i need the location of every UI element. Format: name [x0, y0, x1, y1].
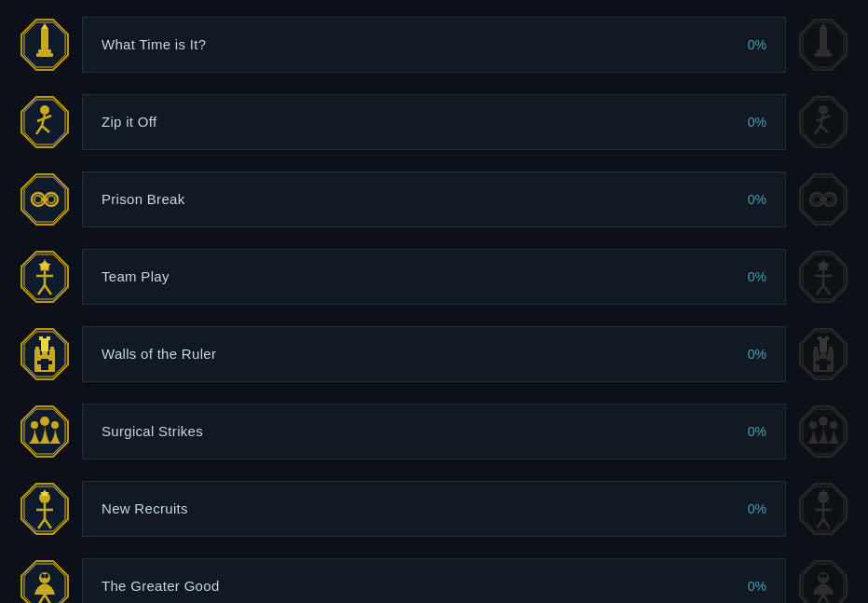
svg-rect-88	[816, 361, 820, 364]
achievement-row-prison-break[interactable]: Prison Break 0%	[7, 162, 861, 236]
svg-rect-69	[41, 338, 48, 351]
svg-rect-86	[825, 336, 829, 340]
badge-icon-left-what-time	[16, 16, 74, 74]
svg-rect-43	[821, 198, 826, 201]
badge-left-greater-good	[7, 549, 82, 603]
achievement-row-what-time[interactable]: What Time is It? 0%	[7, 7, 861, 81]
badge-icon-left-new-recruits	[16, 480, 74, 538]
badge-left-prison-break	[7, 162, 82, 236]
svg-rect-71	[47, 336, 50, 340]
svg-point-128	[820, 573, 823, 578]
achievement-percent-zip-it-off: 0%	[748, 115, 766, 130]
achievement-name-team-play: Team Play	[102, 268, 170, 284]
achievement-bar-zip-it-off[interactable]: Zip it Off 0%	[82, 94, 786, 150]
badge-left-surgical-strikes	[7, 394, 82, 468]
badge-icon-right-greater-good	[794, 557, 852, 604]
svg-point-97	[819, 417, 828, 426]
badge-right-zip-it-off	[786, 85, 861, 158]
achievement-name-new-recruits: New Recruits	[102, 500, 188, 516]
achievements-list: What Time is It? 0%	[0, 0, 868, 603]
achievement-row-walls-ruler[interactable]: Walls of the Ruler 0%	[7, 317, 861, 391]
svg-rect-11	[815, 53, 832, 57]
badge-right-new-recruits	[786, 472, 861, 545]
badge-icon-right-zip-it-off	[794, 93, 852, 151]
achievement-percent-team-play: 0%	[748, 269, 766, 284]
svg-point-121	[45, 573, 48, 578]
badge-right-what-time	[786, 7, 861, 81]
achievement-name-greater-good: The Greater Good	[102, 578, 220, 594]
achievement-name-what-time: What Time is It?	[102, 36, 206, 52]
achievement-row-greater-good[interactable]: The Greater Good 0%	[7, 549, 861, 603]
svg-point-120	[41, 573, 45, 578]
achievement-row-new-recruits[interactable]: New Recruits 0%	[7, 472, 861, 545]
achievement-bar-surgical-strikes[interactable]: Surgical Strikes 0%	[82, 404, 786, 459]
badge-icon-right-what-time	[794, 16, 852, 74]
svg-rect-85	[818, 336, 821, 340]
badge-left-walls-ruler	[7, 317, 82, 391]
achievement-bar-team-play[interactable]: Team Play 0%	[82, 249, 786, 305]
badge-left-zip-it-off	[7, 85, 82, 158]
achievement-bar-greater-good[interactable]: The Greater Good 0%	[82, 558, 786, 604]
badge-icon-left-zip-it-off	[16, 93, 74, 151]
achievement-bar-walls-ruler[interactable]: Walls of the Ruler 0%	[82, 326, 786, 382]
achievement-percent-greater-good: 0%	[748, 579, 766, 594]
svg-point-94	[51, 421, 59, 429]
svg-rect-84	[820, 338, 827, 351]
svg-rect-2	[41, 29, 48, 49]
svg-point-99	[830, 421, 837, 429]
svg-rect-74	[48, 361, 52, 364]
achievement-name-zip-it-off: Zip it Off	[102, 114, 156, 130]
badge-left-new-recruits	[7, 472, 82, 545]
badge-right-prison-break	[786, 162, 861, 236]
svg-rect-8	[820, 29, 827, 49]
badge-icon-right-team-play	[794, 248, 852, 306]
svg-point-127	[818, 572, 829, 583]
svg-rect-10	[817, 49, 830, 53]
badge-left-team-play	[7, 240, 82, 313]
badge-icon-left-prison-break	[16, 171, 74, 228]
achievement-name-surgical-strikes: Surgical Strikes	[102, 423, 203, 439]
badge-right-greater-good	[786, 549, 861, 603]
achievement-percent-what-time: 0%	[748, 37, 766, 52]
svg-point-98	[809, 421, 817, 429]
svg-rect-35	[42, 198, 47, 201]
svg-point-14	[40, 105, 49, 115]
badge-icon-left-surgical-strikes	[16, 403, 74, 460]
achievement-percent-prison-break: 0%	[748, 192, 766, 207]
svg-rect-66	[35, 347, 39, 351]
svg-rect-68	[50, 347, 54, 351]
badge-right-surgical-strikes	[786, 394, 861, 468]
svg-rect-81	[814, 347, 818, 351]
badge-icon-right-walls-ruler	[794, 325, 852, 383]
svg-rect-4	[38, 49, 51, 53]
achievement-row-zip-it-off[interactable]: Zip it Off 0%	[7, 85, 861, 158]
badge-icon-left-walls-ruler	[16, 325, 74, 383]
svg-rect-73	[37, 361, 41, 364]
badge-icon-left-greater-good	[16, 557, 74, 604]
achievement-percent-new-recruits: 0%	[748, 501, 766, 516]
achievement-name-walls-ruler: Walls of the Ruler	[102, 346, 216, 362]
badge-icon-left-team-play	[16, 248, 74, 306]
badge-icon-right-new-recruits	[794, 480, 852, 538]
badge-icon-right-surgical-strikes	[794, 403, 852, 460]
achievement-bar-new-recruits[interactable]: New Recruits 0%	[82, 481, 786, 537]
achievement-row-team-play[interactable]: Team Play 0%	[7, 240, 861, 313]
badge-right-walls-ruler	[786, 317, 861, 391]
badge-left-what-time	[7, 7, 82, 81]
svg-rect-5	[36, 53, 53, 57]
svg-rect-89	[827, 361, 831, 364]
achievement-percent-surgical-strikes: 0%	[748, 424, 766, 439]
svg-point-22	[819, 105, 828, 115]
achievement-bar-prison-break[interactable]: Prison Break 0%	[82, 171, 786, 227]
svg-rect-72	[41, 359, 48, 370]
achievement-percent-walls-ruler: 0%	[748, 347, 766, 362]
achievement-name-prison-break: Prison Break	[102, 191, 184, 207]
svg-point-129	[823, 573, 827, 578]
svg-rect-70	[39, 336, 43, 340]
achievement-bar-what-time[interactable]: What Time is It? 0%	[82, 17, 786, 73]
svg-point-119	[39, 572, 50, 583]
svg-point-93	[31, 421, 38, 429]
badge-right-team-play	[786, 240, 861, 313]
svg-rect-83	[829, 347, 833, 351]
achievement-row-surgical-strikes[interactable]: Surgical Strikes 0%	[7, 394, 861, 468]
